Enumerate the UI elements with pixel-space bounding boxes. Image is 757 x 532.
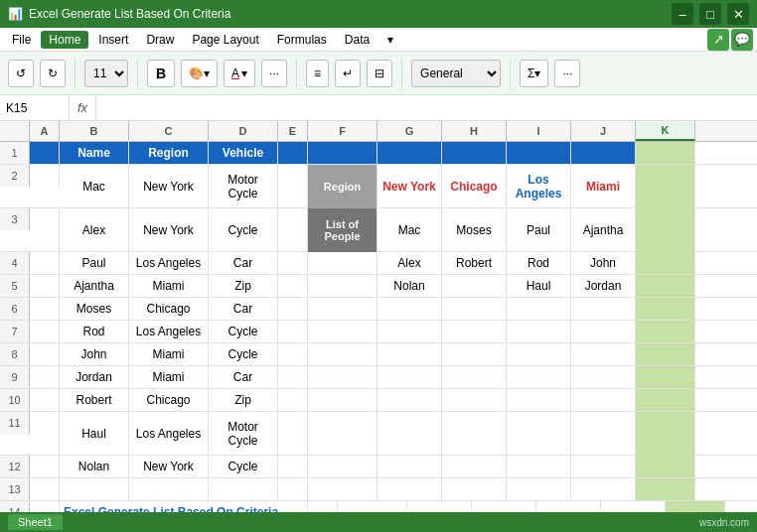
cell-i13[interactable]: [507, 478, 571, 500]
row-num-5[interactable]: 5: [0, 275, 30, 297]
cell-b2[interactable]: Mac: [60, 165, 129, 208]
cell-g12[interactable]: [378, 456, 442, 477]
cell-i10[interactable]: [507, 389, 571, 411]
col-header-k[interactable]: K: [636, 121, 695, 141]
cell-b7[interactable]: Rod: [60, 321, 129, 342]
cell-h9[interactable]: [442, 366, 507, 388]
cell-g1[interactable]: [378, 142, 442, 164]
cell-a12[interactable]: [30, 456, 60, 477]
cell-i1[interactable]: [507, 142, 571, 164]
cell-a2[interactable]: [30, 165, 60, 187]
close-button[interactable]: ✕: [727, 3, 749, 25]
col-header-f[interactable]: F: [308, 121, 378, 141]
cell-d4[interactable]: Car: [209, 252, 278, 274]
col-header-a[interactable]: A: [30, 121, 60, 141]
pivot-j3[interactable]: Ajantha: [571, 208, 636, 252]
col-header-g[interactable]: G: [378, 121, 442, 141]
cell-a10[interactable]: [30, 389, 60, 411]
cell-c13[interactable]: [129, 478, 209, 500]
wrap-button[interactable]: ↵: [335, 60, 361, 87]
cell-c1[interactable]: Region: [129, 142, 209, 164]
pivot-list-label[interactable]: List of People: [308, 208, 378, 252]
cell-a6[interactable]: [30, 298, 60, 320]
cell-d9[interactable]: Car: [209, 366, 278, 388]
pivot-i3[interactable]: Paul: [507, 208, 571, 252]
cell-j11[interactable]: [571, 412, 636, 456]
cell-e2[interactable]: [278, 165, 308, 208]
col-header-i[interactable]: I: [507, 121, 571, 141]
cell-g8[interactable]: [378, 343, 442, 365]
cell-d8[interactable]: Cycle: [209, 343, 278, 365]
cell-e4[interactable]: [278, 252, 308, 274]
cell-b13[interactable]: [60, 478, 129, 500]
cell-a1[interactable]: [30, 142, 60, 164]
col-header-b[interactable]: B: [60, 121, 129, 141]
col-header-c[interactable]: C: [129, 121, 209, 141]
cell-a4[interactable]: [30, 252, 60, 274]
more2-button[interactable]: ···: [554, 60, 580, 87]
sum-button[interactable]: Σ▾: [520, 60, 548, 87]
cell-i7[interactable]: [507, 321, 571, 342]
cell-j6[interactable]: [571, 298, 636, 320]
cell-e13[interactable]: [278, 478, 308, 500]
cell-d13[interactable]: [209, 478, 278, 500]
cell-d2[interactable]: Motor Cycle: [209, 165, 278, 208]
cell-k10[interactable]: [636, 389, 695, 411]
pivot-h5[interactable]: [442, 275, 507, 297]
cell-a5[interactable]: [30, 275, 60, 297]
cell-d12[interactable]: Cycle: [209, 456, 278, 477]
cell-i12[interactable]: [507, 456, 571, 477]
cell-c4[interactable]: Los Angeles: [129, 252, 209, 274]
pivot-g4[interactable]: Alex: [378, 252, 442, 274]
cell-c12[interactable]: New York: [129, 456, 209, 477]
cell-c3[interactable]: New York: [129, 208, 209, 252]
cell-c9[interactable]: Miami: [129, 366, 209, 388]
format-select[interactable]: GeneralNumberCurrency: [411, 60, 501, 87]
cell-g7[interactable]: [378, 321, 442, 342]
cell-k11[interactable]: [636, 412, 695, 456]
cell-a8[interactable]: [30, 343, 60, 365]
cell-b6[interactable]: Moses: [60, 298, 129, 320]
cell-f7[interactable]: [308, 321, 378, 342]
pivot-g3[interactable]: Mac: [378, 208, 442, 252]
cell-g10[interactable]: [378, 389, 442, 411]
cell-a11[interactable]: [30, 412, 60, 456]
cell-b4[interactable]: Paul: [60, 252, 129, 274]
pivot-newyork-header[interactable]: New York: [378, 165, 442, 208]
col-header-d[interactable]: D: [209, 121, 278, 141]
cell-j8[interactable]: [571, 343, 636, 365]
cell-e12[interactable]: [278, 456, 308, 477]
redo-button[interactable]: ↻: [40, 60, 66, 87]
cell-d10[interactable]: Zip: [209, 389, 278, 411]
cell-a13[interactable]: [30, 478, 60, 500]
cell-e1[interactable]: [278, 142, 308, 164]
pivot-j4[interactable]: John: [571, 252, 636, 274]
cell-k4[interactable]: [636, 252, 695, 274]
col-header-j[interactable]: J: [571, 121, 636, 141]
cell-j12[interactable]: [571, 456, 636, 477]
cell-f6[interactable]: [308, 298, 378, 320]
cell-d11[interactable]: Motor Cycle: [209, 412, 278, 456]
cell-e3[interactable]: [278, 208, 308, 252]
menu-data[interactable]: Data: [337, 31, 378, 49]
cell-f10[interactable]: [308, 389, 378, 411]
cell-f13[interactable]: [308, 478, 378, 500]
cell-h11[interactable]: [442, 412, 507, 456]
menu-home[interactable]: Home: [41, 31, 88, 49]
pivot-chicago-header[interactable]: Chicago: [442, 165, 507, 208]
cell-e5[interactable]: [278, 275, 308, 297]
cell-b8[interactable]: John: [60, 343, 129, 365]
cell-b3[interactable]: Alex: [60, 208, 129, 252]
cell-i8[interactable]: [507, 343, 571, 365]
cell-d3[interactable]: Cycle: [209, 208, 278, 252]
row-num-9[interactable]: 9: [0, 366, 30, 388]
cell-b5[interactable]: Ajantha: [60, 275, 129, 297]
col-header-h[interactable]: H: [442, 121, 507, 141]
cell-c10[interactable]: Chicago: [129, 389, 209, 411]
cell-k9[interactable]: [636, 366, 695, 388]
undo-button[interactable]: ↺: [8, 60, 34, 87]
pivot-i4[interactable]: Rod: [507, 252, 571, 274]
row-num-2[interactable]: 2: [0, 165, 30, 187]
cell-h14[interactable]: [472, 501, 536, 512]
cell-g9[interactable]: [378, 366, 442, 388]
